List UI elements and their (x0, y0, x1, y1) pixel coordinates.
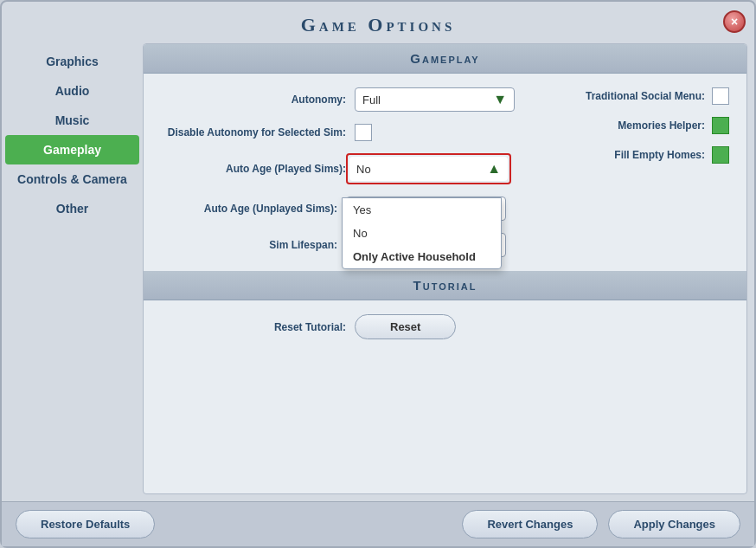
traditional-social-label: Traditional Social Menu: (586, 90, 705, 102)
apply-changes-button[interactable]: Apply Changes (608, 510, 740, 538)
memories-helper-checkmark: ✓ (715, 118, 727, 134)
auto-age-dropdown-list: Yes No Only Active Household (342, 197, 502, 269)
content-area: Gameplay Autonomy: Full ▼ Disable Autono… (143, 43, 747, 494)
sidebar-item-other[interactable]: Other (2, 194, 143, 223)
dropdown-option-only-active[interactable]: Only Active Household (343, 245, 501, 268)
main-layout: Graphics Audio Music Gameplay Controls &… (2, 43, 754, 501)
sidebar-item-graphics[interactable]: Graphics (2, 47, 143, 76)
reset-tutorial-row: Reset Tutorial: Reset (164, 314, 726, 339)
autonomy-label: Autonomy: (164, 93, 355, 106)
disable-autonomy-checkbox[interactable] (355, 124, 372, 141)
auto-age-unplayed-label: Auto Age (Unplayed Sims): (164, 203, 346, 215)
gameplay-settings: Autonomy: Full ▼ Disable Autonomy for Se… (144, 74, 746, 271)
restore-defaults-button[interactable]: Restore Defaults (16, 510, 155, 538)
fill-empty-homes-label: Fill Empty Homes: (614, 149, 705, 161)
sidebar-item-gameplay[interactable]: Gameplay (5, 135, 139, 164)
window-title: Game Options (2, 14, 754, 36)
gameplay-section-header: Gameplay (144, 44, 746, 74)
sidebar: Graphics Audio Music Gameplay Controls &… (2, 43, 143, 501)
auto-age-played-value: No (356, 163, 487, 176)
reset-tutorial-label: Reset Tutorial: (164, 321, 355, 333)
fill-empty-homes-checkmark: ✓ (715, 147, 727, 164)
dropdown-option-yes[interactable]: Yes (343, 198, 501, 222)
memories-helper-row: Memories Helper: ✓ (586, 117, 729, 134)
memories-helper-checkbox[interactable]: ✓ (712, 117, 729, 134)
traditional-social-checkbox[interactable] (712, 87, 729, 105)
bottom-right-buttons: Revert Changes Apply Changes (462, 510, 740, 538)
bottom-bar: Restore Defaults Revert Changes Apply Ch… (2, 501, 754, 546)
sidebar-item-music[interactable]: Music (2, 106, 143, 135)
auto-age-played-arrow: ▲ (487, 161, 501, 177)
close-button[interactable]: × (723, 10, 746, 33)
traditional-social-row: Traditional Social Menu: (586, 87, 729, 105)
disable-autonomy-label: Disable Autonomy for Selected Sim: (164, 126, 355, 139)
tutorial-section-header: Tutorial (144, 271, 746, 300)
revert-changes-button[interactable]: Revert Changes (462, 510, 598, 538)
memories-helper-label: Memories Helper: (618, 119, 705, 132)
fill-empty-homes-checkbox[interactable]: ✓ (712, 146, 729, 164)
sidebar-item-controls[interactable]: Controls & Camera (2, 164, 143, 194)
autonomy-dropdown-arrow: ▼ (493, 92, 507, 107)
title-bar: Game Options × (2, 2, 754, 43)
right-settings: Traditional Social Menu: Memories Helper… (586, 87, 729, 164)
main-window: Game Options × Graphics Audio Music Game… (0, 0, 756, 548)
sim-lifespan-label: Sim Lifespan: (164, 239, 346, 251)
dropdown-option-no[interactable]: No (343, 222, 501, 245)
auto-age-played-dropdown[interactable]: No ▲ (349, 157, 508, 181)
auto-age-played-highlight: No ▲ (346, 153, 511, 184)
autonomy-value: Full (362, 93, 493, 106)
auto-age-played-label: Auto Age (Played Sims): (164, 163, 346, 175)
tutorial-section: Tutorial Reset Tutorial: Reset (144, 271, 746, 365)
sidebar-item-audio[interactable]: Audio (2, 76, 143, 106)
autonomy-dropdown[interactable]: Full ▼ (355, 87, 515, 112)
reset-tutorial-button[interactable]: Reset (355, 314, 456, 339)
fill-empty-homes-row: Fill Empty Homes: ✓ (586, 146, 729, 164)
tutorial-settings: Reset Tutorial: Reset (144, 300, 746, 365)
